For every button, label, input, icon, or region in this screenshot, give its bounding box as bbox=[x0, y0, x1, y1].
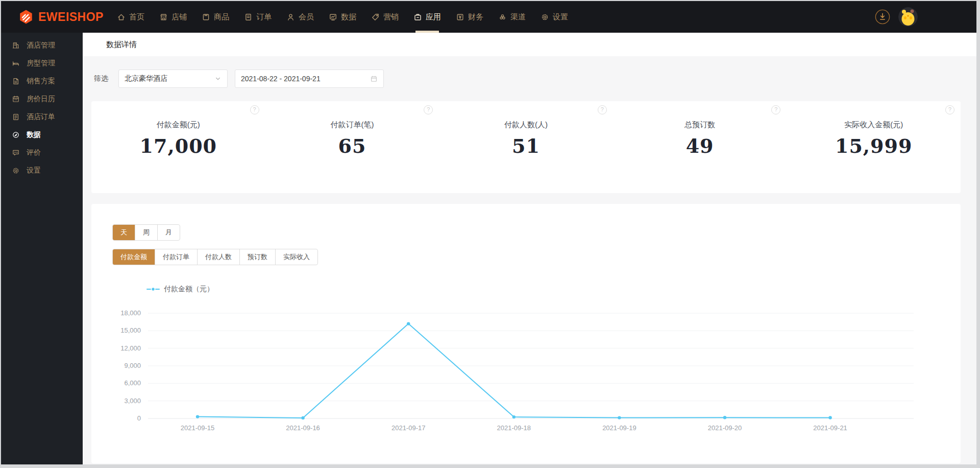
svg-text:2021-09-19: 2021-09-19 bbox=[602, 424, 636, 432]
sidebar-item-room-type[interactable]: 房型管理 bbox=[1, 54, 83, 72]
tab-pay-amount[interactable]: 付款金额 bbox=[113, 249, 155, 265]
logo[interactable]: EWEISHOP bbox=[18, 9, 104, 25]
nav-item-order[interactable]: 订单 bbox=[244, 1, 272, 33]
sidebar-item-label: 酒店管理 bbox=[27, 41, 55, 50]
help-icon[interactable]: ? bbox=[598, 105, 607, 114]
svg-text:6,000: 6,000 bbox=[124, 379, 141, 387]
avatar[interactable] bbox=[898, 7, 918, 27]
help-icon[interactable]: ? bbox=[250, 105, 259, 114]
app-window: EWEISHOP 首页 店铺 商品 订单 会员 bbox=[1, 1, 976, 464]
stat-value: 49 bbox=[686, 134, 714, 157]
top-navbar: EWEISHOP 首页 店铺 商品 订单 会员 bbox=[1, 1, 976, 33]
logo-text: EWEISHOP bbox=[38, 10, 104, 24]
comment-icon bbox=[12, 149, 20, 157]
sidebar-item-price-calendar[interactable]: 房价日历 bbox=[1, 90, 83, 108]
navbar-right bbox=[875, 7, 976, 27]
nav-item-label: 店铺 bbox=[172, 12, 187, 22]
nav-item-label: 营销 bbox=[383, 12, 399, 22]
nav-item-shop[interactable]: 店铺 bbox=[159, 1, 187, 33]
finance-icon bbox=[456, 13, 464, 21]
nav-item-channel[interactable]: 渠道 bbox=[498, 1, 526, 33]
sidebar-item-settings[interactable]: 设置 bbox=[1, 161, 83, 179]
hotel-select[interactable]: 北京豪华酒店 bbox=[118, 69, 228, 88]
main-content: 数据详情 筛选 北京豪华酒店 2021-08-22 - 2021-09-21 ?… bbox=[83, 33, 976, 464]
filter-row: 筛选 北京豪华酒店 2021-08-22 - 2021-09-21 bbox=[83, 56, 976, 101]
svg-text:2021-09-16: 2021-09-16 bbox=[286, 424, 320, 432]
date-range-value: 2021-08-22 - 2021-09-21 bbox=[241, 75, 321, 83]
svg-text:12,000: 12,000 bbox=[120, 344, 141, 352]
nav-item-label: 设置 bbox=[553, 12, 568, 22]
tab-month[interactable]: 月 bbox=[157, 225, 180, 240]
stat-label: 实际收入金额(元) bbox=[844, 120, 903, 130]
date-range-input[interactable]: 2021-08-22 - 2021-09-21 bbox=[235, 69, 384, 88]
stat-label: 付款金额(元) bbox=[157, 120, 200, 130]
stat-label: 付款人数(人) bbox=[504, 120, 548, 130]
sidebar-item-data[interactable]: 数据 bbox=[1, 126, 83, 144]
sidebar: 酒店管理 房型管理 销售方案 房价日历 酒店订单 数据 bbox=[1, 33, 83, 464]
channel-icon bbox=[498, 13, 507, 21]
nav-item-apps[interactable]: 应用 bbox=[413, 1, 441, 33]
svg-text:18,000: 18,000 bbox=[120, 309, 141, 317]
svg-text:3,000: 3,000 bbox=[124, 397, 141, 405]
tab-day[interactable]: 天 bbox=[113, 225, 135, 240]
line-chart[interactable]: 03,0006,0009,00012,00015,00018,0002021-0… bbox=[100, 305, 947, 439]
sidebar-item-label: 设置 bbox=[27, 166, 41, 175]
svg-text:15,000: 15,000 bbox=[120, 326, 141, 334]
sidebar-item-label: 酒店订单 bbox=[27, 112, 55, 122]
shop-icon bbox=[159, 13, 168, 21]
member-icon bbox=[286, 13, 295, 21]
nav-item-label: 应用 bbox=[426, 12, 441, 22]
chart-panel: 天 周 月 付款金额 付款订单 付款人数 预订数 实际收入 bbox=[91, 204, 961, 463]
nav-item-goods[interactable]: 商品 bbox=[202, 1, 229, 33]
svg-text:2021-09-18: 2021-09-18 bbox=[497, 424, 531, 432]
stats-panel: ? 付款金额(元) 17,000 ? 付款订单(笔) 65 ? 付款人数(人) … bbox=[91, 101, 961, 193]
order-icon bbox=[244, 13, 253, 21]
tab-actual-income[interactable]: 实际收入 bbox=[275, 249, 317, 265]
stat-label: 总预订数 bbox=[684, 120, 715, 130]
stat-card-pay-users: ? 付款人数(人) 51 bbox=[439, 101, 613, 193]
calendar-icon bbox=[370, 75, 378, 83]
tab-bookings[interactable]: 预订数 bbox=[239, 249, 275, 265]
tab-pay-users[interactable]: 付款人数 bbox=[197, 249, 239, 265]
sidebar-item-review[interactable]: 评价 bbox=[1, 144, 83, 161]
sidebar-item-label: 数据 bbox=[27, 130, 41, 139]
sidebar-item-sales-plan[interactable]: 销售方案 bbox=[1, 72, 83, 90]
svg-text:9,000: 9,000 bbox=[124, 362, 141, 369]
nav-item-member[interactable]: 会员 bbox=[286, 1, 314, 33]
eweishop-logo-icon bbox=[18, 9, 34, 25]
data-board-icon bbox=[329, 13, 337, 21]
sidebar-item-hotel-mgmt[interactable]: 酒店管理 bbox=[1, 36, 83, 54]
legend-label: 付款金额（元） bbox=[164, 285, 214, 294]
svg-text:2021-09-15: 2021-09-15 bbox=[181, 424, 215, 432]
sidebar-item-label: 评价 bbox=[27, 148, 41, 157]
nav-item-marketing[interactable]: 营销 bbox=[371, 1, 399, 33]
sidebar-item-label: 房型管理 bbox=[27, 59, 55, 68]
sidebar-item-hotel-order[interactable]: 酒店订单 bbox=[1, 108, 83, 126]
nav-item-label: 财务 bbox=[468, 12, 483, 22]
bed-icon bbox=[12, 59, 20, 67]
chart-legend[interactable]: 付款金额（元） bbox=[146, 285, 961, 294]
help-icon[interactable]: ? bbox=[771, 105, 780, 114]
sales-doc-icon bbox=[12, 77, 20, 85]
download-icon[interactable] bbox=[875, 9, 890, 25]
nav-item-label: 首页 bbox=[129, 12, 144, 22]
stat-card-actual-income: ? 实际收入金额(元) 15,999 bbox=[787, 101, 961, 193]
help-icon[interactable]: ? bbox=[945, 105, 954, 114]
svg-text:2021-09-21: 2021-09-21 bbox=[813, 424, 847, 432]
nav-item-settings[interactable]: 设置 bbox=[541, 1, 568, 33]
tab-pay-orders[interactable]: 付款订单 bbox=[155, 249, 197, 265]
sidebar-item-label: 销售方案 bbox=[27, 77, 55, 86]
period-tab-group: 天 周 月 bbox=[112, 224, 180, 241]
nav-item-finance[interactable]: 财务 bbox=[456, 1, 483, 33]
sidebar-item-label: 房价日历 bbox=[27, 95, 55, 104]
nav-item-label: 商品 bbox=[214, 12, 229, 22]
help-icon[interactable]: ? bbox=[424, 105, 433, 114]
tab-week[interactable]: 周 bbox=[135, 225, 157, 240]
data-compass-icon bbox=[12, 131, 20, 139]
filter-label: 筛选 bbox=[94, 74, 108, 83]
goods-icon bbox=[202, 13, 210, 21]
stat-value: 15,999 bbox=[835, 134, 912, 157]
nav-item-data[interactable]: 数据 bbox=[329, 1, 356, 33]
nav-item-home[interactable]: 首页 bbox=[117, 1, 144, 33]
svg-text:2021-09-17: 2021-09-17 bbox=[391, 424, 426, 432]
